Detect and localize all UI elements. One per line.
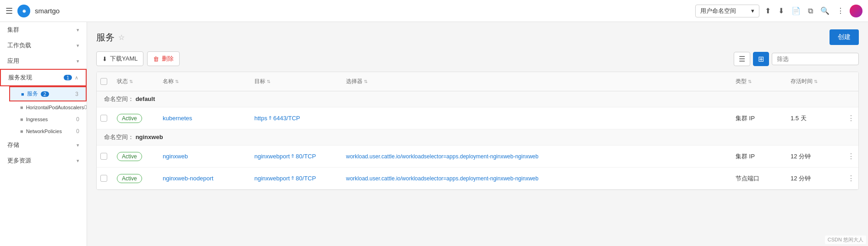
row-name: nginxweb bbox=[159, 148, 251, 164]
name-sort-icon[interactable]: ⇅ bbox=[175, 79, 179, 84]
row-more-icon[interactable]: ⋮ bbox=[846, 150, 857, 162]
table-row: Active kubernetes https ⇑ 6443/TCP 集群 bbox=[97, 107, 858, 129]
row-target: https ⇑ 6443/TCP bbox=[251, 110, 342, 126]
target-port-link[interactable]: nginxwebport ⇑ 80/TCP bbox=[254, 175, 316, 182]
status-sort-icon[interactable]: ⇅ bbox=[129, 79, 133, 84]
sidebar-label-ingresses: Ingresses bbox=[26, 117, 48, 122]
th-age: 存活时间 ⇅ bbox=[787, 76, 842, 87]
app-logo: ⎈ bbox=[17, 5, 30, 17]
toolbar-right: ☰ ⊞ bbox=[734, 52, 859, 66]
file-icon[interactable]: 📄 bbox=[790, 5, 802, 17]
selector-col-label: 选择器 bbox=[346, 78, 363, 85]
grid-view-button[interactable]: ⊞ bbox=[753, 52, 769, 66]
sidebar-item-workload[interactable]: 工作负载 ▾ bbox=[0, 38, 87, 53]
row-more-icon[interactable]: ⋮ bbox=[846, 172, 857, 184]
topbar-left: ☰ ⎈ smartgo bbox=[5, 5, 60, 17]
row-more: ⋮ bbox=[842, 107, 858, 129]
sidebar-item-hpa[interactable]: ■ HorizontalPodAutoscalers 0 bbox=[9, 101, 87, 113]
chevron-down-icon: ▾ bbox=[77, 142, 79, 148]
topbar-right: 用户命名空间 ▾ ⬆ ⬇ 📄 ⧉ 🔍 ⋮ bbox=[695, 5, 863, 17]
create-button[interactable]: 创建 bbox=[830, 29, 859, 45]
age-value: 1.5 天 bbox=[791, 114, 807, 123]
copy-icon[interactable]: ⧉ bbox=[806, 5, 815, 17]
user-avatar[interactable] bbox=[850, 5, 863, 17]
target-label: https bbox=[254, 115, 267, 122]
sidebar-item-ingresses[interactable]: ■ Ingresses 0 bbox=[9, 113, 87, 125]
row-type: 集群 IP bbox=[732, 148, 787, 165]
sidebar-item-storage[interactable]: 存储 ▾ bbox=[0, 137, 87, 153]
target-port-link[interactable]: https ⇑ 6443/TCP bbox=[254, 115, 300, 122]
age-value: 12 分钟 bbox=[791, 174, 811, 183]
namespace-name-nginxweb: nginxweb bbox=[136, 134, 163, 140]
target-sort-icon[interactable]: ⇅ bbox=[267, 79, 270, 84]
target-label: nginxwebport bbox=[254, 153, 290, 160]
age-col-label: 存活时间 bbox=[791, 78, 813, 85]
service-name-link[interactable]: kubernetes bbox=[163, 115, 192, 122]
row-checkbox bbox=[97, 170, 113, 186]
delete-button[interactable]: 🗑 删除 bbox=[147, 51, 180, 66]
namespace-label: 用户命名空间 bbox=[700, 7, 736, 15]
select-all-checkbox[interactable] bbox=[100, 78, 107, 85]
status-badge: Active bbox=[117, 174, 142, 183]
status-badge: Active bbox=[117, 152, 142, 161]
app-title: smartgo bbox=[35, 7, 60, 15]
row-more-icon[interactable]: ⋮ bbox=[846, 112, 857, 124]
age-sort-icon[interactable]: ⇅ bbox=[814, 79, 818, 84]
filter-input[interactable] bbox=[772, 53, 859, 65]
row-select-checkbox[interactable] bbox=[100, 175, 107, 182]
more-options-icon[interactable]: ⋮ bbox=[835, 5, 846, 17]
row-status: Active bbox=[113, 147, 159, 166]
sidebar-label-services: 服务 bbox=[27, 90, 38, 98]
namespace-select[interactable]: 用户命名空间 ▾ bbox=[695, 5, 759, 17]
service-name-link[interactable]: nginxweb-nodeport bbox=[163, 175, 214, 182]
row-more: ⋮ bbox=[842, 168, 858, 189]
row-select-checkbox[interactable] bbox=[100, 115, 107, 122]
sidebar-label-network-policies: NetworkPolicies bbox=[26, 129, 62, 134]
row-name: kubernetes bbox=[159, 110, 251, 126]
sidebar-label-workload: 工作负载 bbox=[7, 41, 31, 50]
selector-sort-icon[interactable]: ⇅ bbox=[364, 79, 368, 84]
row-target: nginxwebport ⇑ 80/TCP bbox=[251, 148, 342, 164]
table-row: Active nginxweb nginxwebport ⇑ 80/TCP wo… bbox=[97, 145, 858, 168]
search-icon[interactable]: 🔍 bbox=[819, 5, 831, 17]
sidebar-item-more-resources[interactable]: 更多资源 ▾ bbox=[0, 153, 87, 168]
namespace-row-default: 命名空间： default bbox=[97, 91, 858, 107]
hpa-count: 0 bbox=[84, 104, 87, 111]
favorite-icon[interactable]: ☆ bbox=[118, 33, 125, 42]
sidebar-item-network-policies[interactable]: ■ NetworkPolicies 0 bbox=[9, 125, 87, 137]
namespace-prefix-label: 命名空间： bbox=[104, 134, 134, 140]
type-sort-icon[interactable]: ⇅ bbox=[748, 79, 752, 84]
ingresses-count: 0 bbox=[76, 116, 79, 123]
th-target: 目标 ⇅ bbox=[251, 76, 342, 87]
upload-icon[interactable]: ⬆ bbox=[763, 5, 773, 17]
sidebar-label-storage: 存储 bbox=[7, 141, 19, 149]
target-port-link[interactable]: nginxwebport ⇑ 80/TCP bbox=[254, 153, 316, 160]
row-more: ⋮ bbox=[842, 145, 858, 167]
port-arrow-icon: ⇑ bbox=[268, 115, 272, 121]
list-view-button[interactable]: ☰ bbox=[734, 52, 750, 66]
th-actions bbox=[842, 76, 858, 87]
ingresses-prefix-icon: ■ bbox=[20, 117, 23, 122]
download-yaml-button[interactable]: ⬇ 下载YAML bbox=[96, 51, 143, 66]
row-target: nginxwebport ⇑ 80/TCP bbox=[251, 170, 342, 186]
th-status: 状态 ⇅ bbox=[113, 76, 159, 87]
row-type: 节点端口 bbox=[732, 170, 787, 187]
service-name-link[interactable]: nginxweb bbox=[163, 153, 188, 160]
page-title: 服务 bbox=[96, 31, 115, 44]
row-select-checkbox[interactable] bbox=[100, 153, 107, 160]
hamburger-icon[interactable]: ☰ bbox=[5, 6, 13, 16]
sidebar-item-services[interactable]: ■ 服务 2 3 bbox=[9, 86, 87, 101]
page-title-row: 服务 ☆ bbox=[96, 31, 125, 44]
status-col-label: 状态 bbox=[117, 78, 128, 85]
sidebar: 集群 ▾ 工作负载 ▾ 应用 ▾ 服务发现 1 ∧ bbox=[0, 22, 87, 246]
sidebar-item-service-discovery[interactable]: 服务发现 1 ∧ bbox=[0, 69, 87, 86]
sidebar-item-apps[interactable]: 应用 ▾ bbox=[0, 53, 87, 69]
network-policies-count: 0 bbox=[76, 128, 79, 134]
sidebar-item-cluster[interactable]: 集群 ▾ bbox=[0, 22, 87, 38]
row-selector: workload.user.cattle.io/workloadselector… bbox=[342, 149, 732, 164]
services-badge: 2 bbox=[41, 91, 49, 97]
download-icon[interactable]: ⬇ bbox=[776, 5, 786, 17]
chevron-down-icon: ▾ bbox=[77, 158, 79, 164]
th-selector: 选择器 ⇅ bbox=[342, 76, 732, 87]
type-value: 集群 IP bbox=[736, 114, 755, 123]
